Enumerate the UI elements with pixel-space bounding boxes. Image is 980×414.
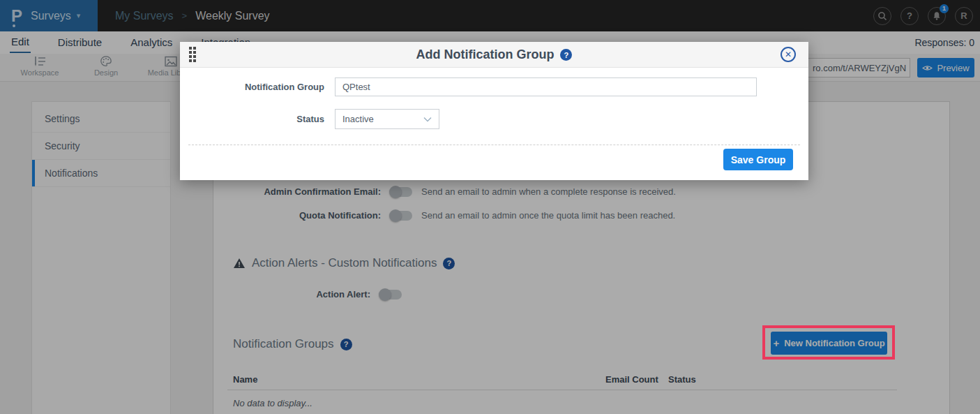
- highlight-annotation-box: [762, 325, 895, 360]
- modal-title-wrap: Add Notification Group ?: [180, 42, 808, 68]
- status-select[interactable]: Inactive: [335, 109, 439, 129]
- modal-title: Add Notification Group: [416, 47, 555, 62]
- modal-help-icon[interactable]: ?: [560, 49, 572, 61]
- notification-group-field-label: Notification Group: [180, 82, 324, 92]
- status-field-label: Status: [180, 114, 324, 124]
- status-field-row: Status Inactive: [180, 109, 808, 129]
- notification-group-field-row: Notification Group: [180, 77, 808, 96]
- notification-group-input[interactable]: [335, 77, 757, 96]
- status-selected-value: Inactive: [342, 114, 374, 124]
- modal-header: Add Notification Group ? ✕: [180, 42, 808, 68]
- modal-footer-divider: [188, 145, 800, 145]
- close-icon[interactable]: ✕: [781, 47, 796, 62]
- save-group-button[interactable]: Save Group: [723, 149, 793, 170]
- questionpro-survey-page: P Surveys ▾ My Surveys > Weekly Survey ?: [0, 0, 980, 414]
- add-notification-group-modal: Add Notification Group ? ✕ Notification …: [180, 42, 808, 180]
- chevron-down-icon: [423, 117, 432, 122]
